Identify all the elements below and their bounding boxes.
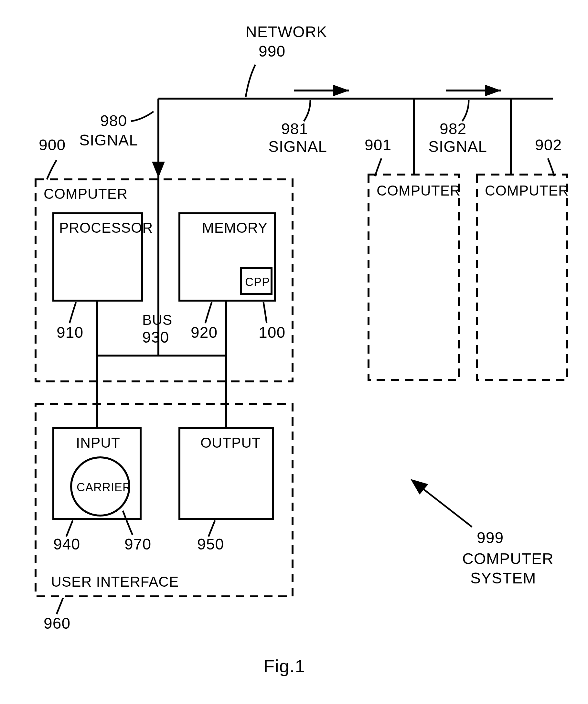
leader-line [69,302,76,323]
processor-ref: 910 [57,324,83,341]
arrow-upleft-icon [411,479,428,494]
input-label: INPUT [76,435,120,451]
figure-caption: Fig.1 [263,656,305,676]
carrier-ref: 970 [124,536,151,553]
processor-label: PROCESSOR [59,220,153,236]
computer-900-label: COMPUTER [44,186,128,202]
leader-line [131,112,154,121]
arrow-right-icon [333,85,349,96]
leader-line [462,100,469,121]
system-ref: 999 [477,529,504,546]
arrow-right-icon [485,85,501,96]
user-interface-label: USER INTERFACE [51,574,179,590]
computer-902-label: COMPUTER [485,183,569,198]
arrow-down-icon [152,162,165,178]
computer-902-ref: 902 [535,136,562,154]
cpp-label: CPP [245,275,270,289]
cpp-ref: 100 [258,324,285,341]
signal-981-ref: 981 [281,120,308,137]
user-interface-ref: 960 [44,615,70,632]
computer-902-box [477,175,567,380]
network-label: NETWORK [246,23,327,41]
bus-ref: 930 [142,329,169,346]
output-ref: 950 [197,536,224,553]
leader-line [47,160,57,179]
leader-line [57,598,63,614]
system-label-2: SYSTEM [470,570,536,587]
network-ref: 990 [258,43,285,60]
leader-line [548,158,554,176]
carrier-label: CARRIER [77,481,131,494]
signal-980-ref: 980 [100,112,127,129]
input-ref: 940 [53,536,80,553]
signal-981-label: SIGNAL [268,138,327,155]
diagram-canvas: NETWORK 990 980 SIGNAL 981 SIGNAL 982 SI… [0,0,588,704]
leader-line [304,100,310,121]
leader-line [263,302,267,323]
memory-label: MEMORY [202,220,268,236]
leader-line [123,511,132,535]
signal-982-label: SIGNAL [428,138,487,155]
computer-901-ref: 901 [365,136,392,154]
leader-line [66,520,73,537]
memory-ref: 920 [191,324,218,341]
system-label-1: COMPUTER [462,550,554,567]
computer-901-box [368,175,459,380]
signal-982-ref: 982 [439,120,466,137]
signal-980-label: SIGNAL [79,131,138,149]
computer-900-ref: 900 [39,136,66,154]
leader-line [209,520,215,537]
leader-line [205,302,212,323]
computer-901-label: COMPUTER [376,183,461,198]
bus-label: BUS [142,312,172,328]
leader-line [246,65,255,97]
leader-line [375,158,381,176]
output-label: OUTPUT [200,435,261,451]
